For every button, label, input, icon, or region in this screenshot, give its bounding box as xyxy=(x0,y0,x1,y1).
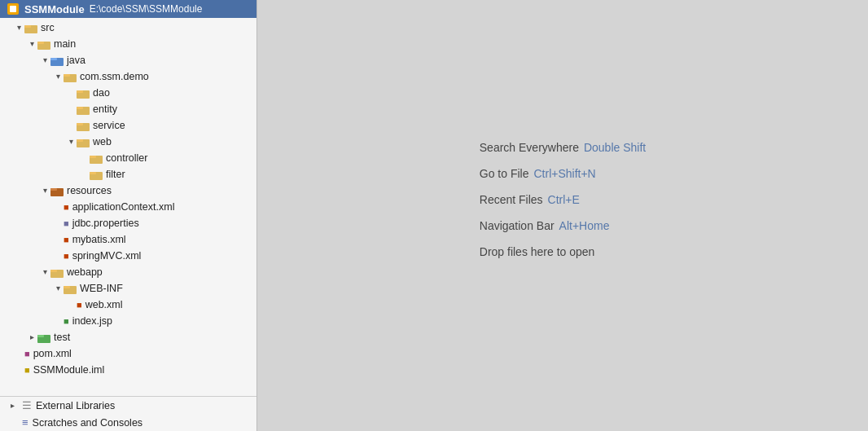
tree-item-main[interactable]: main xyxy=(0,36,256,52)
folder-icon-dao xyxy=(77,88,90,99)
arrow-webinf xyxy=(52,281,64,296)
svg-rect-17 xyxy=(77,139,83,142)
sidebar-footer: ☰ External Libraries ≡ Scratches and Con… xyxy=(0,396,256,431)
label-dao: dao xyxy=(93,86,110,100)
jsp-icon-index: ■ xyxy=(64,314,69,328)
svg-rect-15 xyxy=(77,123,83,125)
hint-row-drop: Drop files here to open xyxy=(480,245,646,258)
tree-item-java[interactable]: java xyxy=(0,52,256,68)
label-webapp: webapp xyxy=(67,265,103,279)
label-jdbc: jdbc.properties xyxy=(72,216,139,231)
hint-label-goto: Go to File xyxy=(480,167,529,180)
xml-icon-mybatis: ■ xyxy=(64,232,69,247)
folder-icon-package xyxy=(64,72,77,82)
hint-label-navbar: Navigation Bar xyxy=(480,219,555,232)
svg-rect-13 xyxy=(77,107,83,109)
tree-item-appcontext[interactable]: ■ applicationContext.xml xyxy=(0,199,256,215)
project-sidebar: SSMModule E:\code\SSM\SSMModule src main xyxy=(0,0,257,431)
folder-icon-test xyxy=(37,332,50,343)
tree-item-webinf[interactable]: WEB-INF xyxy=(0,280,256,297)
label-resources: resources xyxy=(67,183,112,198)
tree-item-resources[interactable]: resources xyxy=(0,183,256,199)
folder-icon-service xyxy=(77,121,90,131)
tree-item-src[interactable]: src xyxy=(0,20,256,36)
label-webinf: WEB-INF xyxy=(80,281,123,296)
label-indexjsp: index.jsp xyxy=(72,314,112,328)
hint-label-recent: Recent Files xyxy=(480,193,543,206)
tree-item-pom[interactable]: ■ pom.xml xyxy=(0,345,256,362)
tree-item-iml[interactable]: ■ SSMModule.iml xyxy=(0,362,256,378)
folder-icon-resources xyxy=(50,186,64,196)
svg-rect-29 xyxy=(37,335,44,337)
tree-item-springmvc[interactable]: ■ springMVC.xml xyxy=(0,248,256,264)
label-scratches: Scratches and Consoles xyxy=(33,417,143,429)
module-icon xyxy=(7,2,20,15)
xml-icon-appcontext: ■ xyxy=(64,200,69,214)
hint-shortcut-goto: Ctrl+Shift+N xyxy=(533,167,595,180)
label-src: src xyxy=(41,20,55,35)
svg-rect-11 xyxy=(77,90,83,93)
svg-rect-21 xyxy=(90,172,96,174)
label-springmvc: springMVC.xml xyxy=(72,248,142,263)
folder-icon-java xyxy=(50,55,64,66)
tree-item-controller[interactable]: controller xyxy=(0,150,256,166)
label-test: test xyxy=(54,330,70,345)
label-controller: controller xyxy=(106,151,147,165)
tree-item-filter[interactable]: filter xyxy=(0,166,256,183)
tree-item-webxml[interactable]: ■ web.xml xyxy=(0,297,256,313)
tree-item-entity[interactable]: entity xyxy=(0,101,256,117)
arrow-ext-lib xyxy=(7,401,18,410)
lib-icon: ☰ xyxy=(22,399,32,411)
tree-item-web[interactable]: web xyxy=(0,134,256,150)
scratch-icon: ≡ xyxy=(22,416,28,429)
label-filter: filter xyxy=(106,167,125,182)
xml-icon-webxml: ■ xyxy=(77,297,82,312)
folder-icon-controller xyxy=(90,153,103,164)
svg-rect-5 xyxy=(37,42,44,44)
tree-item-indexjsp[interactable]: ■ index.jsp xyxy=(0,313,256,329)
arrow-webapp xyxy=(39,265,50,279)
tree-item-service[interactable]: service xyxy=(0,117,256,134)
arrow-test xyxy=(26,330,37,345)
label-main: main xyxy=(54,37,76,51)
footer-item-external-libraries[interactable]: ☰ External Libraries xyxy=(0,397,256,414)
tree-item-webapp[interactable]: webapp xyxy=(0,264,256,280)
tree-item-package[interactable]: com.ssm.demo xyxy=(0,68,256,85)
sidebar-header: SSMModule E:\code\SSM\SSMModule xyxy=(0,0,256,18)
folder-icon-filter xyxy=(90,169,103,180)
arrow-java xyxy=(39,53,50,68)
tree-item-dao[interactable]: dao xyxy=(0,85,256,101)
label-webxml: web.xml xyxy=(85,297,123,312)
hint-shortcut-search: Double Shift xyxy=(584,141,646,154)
footer-item-scratches[interactable]: ≡ Scratches and Consoles xyxy=(0,414,256,431)
hint-row-navbar: Navigation Bar Alt+Home xyxy=(480,219,646,232)
label-entity: entity xyxy=(93,102,117,117)
tree-item-jdbc[interactable]: ■ jdbc.properties xyxy=(0,215,256,231)
label-iml: SSMModule.iml xyxy=(33,363,105,377)
prop-icon-jdbc: ■ xyxy=(64,216,69,231)
svg-rect-25 xyxy=(50,270,57,272)
folder-icon-src xyxy=(24,23,37,33)
main-area: Search Everywhere Double Shift Go to Fil… xyxy=(257,0,868,431)
folder-icon-entity xyxy=(77,104,90,115)
arrow-package xyxy=(52,69,64,84)
hint-label-drop: Drop files here to open xyxy=(480,245,595,258)
label-pom: pom.xml xyxy=(33,346,72,361)
svg-rect-27 xyxy=(64,286,70,288)
file-tree: src main java com.ssm.demo xyxy=(0,18,256,396)
label-appcontext: applicationContext.xml xyxy=(72,200,175,214)
hint-shortcut-navbar: Alt+Home xyxy=(559,219,610,232)
tree-item-mybatis[interactable]: ■ mybatis.xml xyxy=(0,231,256,248)
tree-item-test[interactable]: test xyxy=(0,329,256,345)
folder-icon-web xyxy=(77,137,90,147)
label-service: service xyxy=(93,118,125,133)
arrow-resources xyxy=(39,183,50,198)
xml-icon-springmvc: ■ xyxy=(64,248,69,263)
svg-rect-7 xyxy=(50,58,57,60)
hint-label-search: Search Everywhere xyxy=(480,141,579,154)
hint-shortcut-recent: Ctrl+E xyxy=(548,193,580,206)
svg-rect-9 xyxy=(64,74,70,77)
folder-icon-webapp xyxy=(50,267,64,278)
svg-rect-1 xyxy=(10,6,16,12)
module-path: E:\code\SSM\SSMModule xyxy=(90,3,203,15)
